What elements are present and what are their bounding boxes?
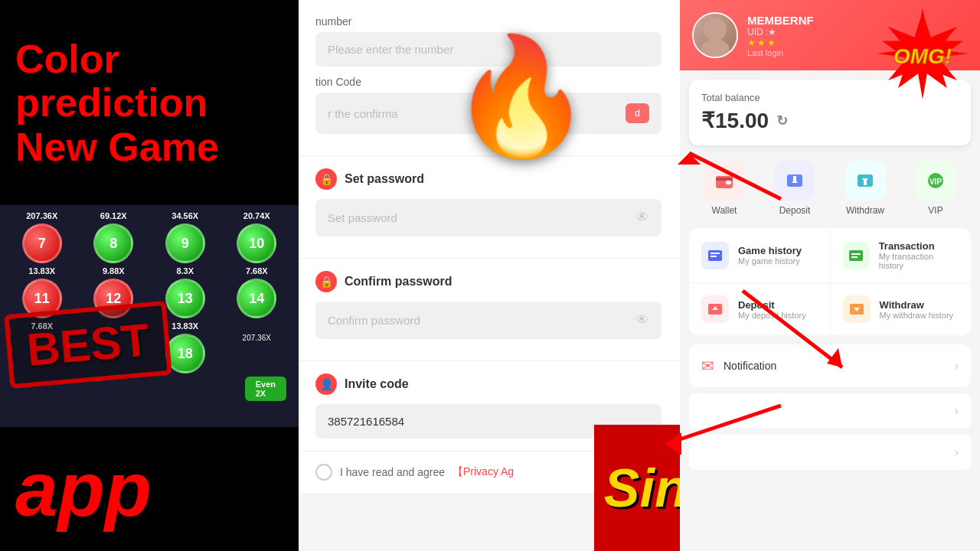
chevron-icon-2: › <box>955 445 959 459</box>
mult-7: 8.3X <box>155 266 216 276</box>
bottom-left-panel: app <box>0 427 299 551</box>
withdraw-history-text: Withdraw My withdraw history <box>880 299 954 320</box>
transaction-title: Transaction <box>879 240 959 252</box>
multiplier-row-1: 207.36X 69.12X 34.56X 20.74X <box>6 211 292 220</box>
svg-rect-9 <box>793 176 796 183</box>
code-placeholder: r the confirma <box>328 107 398 120</box>
lock-icon-confirm: 🔒 <box>315 271 337 292</box>
withdraw-label: Withdraw <box>846 205 884 216</box>
avatar <box>692 12 738 58</box>
left-promo-panel: Color prediction New Game <box>0 0 299 207</box>
deposit-history-sub: My deposit history <box>738 311 806 320</box>
svg-rect-18 <box>849 250 863 261</box>
signup-bonus-banner: Singup Bonus <box>594 425 680 551</box>
svg-text:VIP: VIP <box>929 178 942 186</box>
bonus-label: Singup Bonus <box>604 458 680 519</box>
svg-rect-12 <box>864 178 867 185</box>
ball-8: 8 <box>93 223 133 263</box>
svg-point-0 <box>704 18 727 41</box>
transaction-text: Transaction My transaction history <box>879 240 959 270</box>
svg-rect-19 <box>851 253 861 255</box>
deposit-history-item[interactable]: Deposit My deposit history <box>689 283 831 335</box>
mult-3: 34.56X <box>155 211 216 220</box>
deposit-icon-wrap <box>775 161 815 201</box>
fire-overlay: 🔥 <box>444 0 597 191</box>
game-history-item[interactable]: Game history My game history <box>689 228 831 282</box>
set-password-placeholder: Set password <box>328 211 397 224</box>
transaction-sub: My transaction history <box>879 252 959 270</box>
withdraw-history-sub: My withdraw history <box>880 311 954 320</box>
invite-icon: 👤 <box>315 373 337 395</box>
confirm-password-placeholder: Confirm password <box>328 314 420 327</box>
confirm-password-header: 🔒 Confirm password <box>315 271 662 292</box>
action-deposit[interactable]: Deposit <box>775 161 815 216</box>
ball-row-1: 7 8 9 10 <box>6 223 292 263</box>
deposit-label: Deposit <box>779 205 811 216</box>
game-history-icon <box>701 242 729 269</box>
fire-emoji: 🔥 <box>449 38 593 153</box>
eye-icon-confirm[interactable]: 👁 <box>635 312 649 328</box>
eye-icon-password[interactable]: 👁 <box>635 210 649 226</box>
transaction-item[interactable]: Transaction My transaction history <box>831 228 972 282</box>
svg-rect-5 <box>716 178 733 181</box>
wallet-icon-wrap <box>704 161 744 201</box>
notification-label: Notification <box>724 360 955 372</box>
transaction-icon <box>843 242 870 269</box>
deposit-history-icon <box>701 295 729 323</box>
promo-title-line1: Color prediction <box>15 37 283 125</box>
promo-title-line2: New Game <box>15 126 283 169</box>
wallet-label: Wallet <box>712 205 737 216</box>
extra-item-1[interactable]: › <box>689 393 971 429</box>
game-history-title: Game history <box>738 245 802 256</box>
action-withdraw[interactable]: Withdraw <box>845 161 885 216</box>
extra-item-2[interactable]: › <box>689 435 971 470</box>
refresh-icon[interactable]: ↻ <box>776 112 788 129</box>
best-label: BEST <box>24 313 151 377</box>
svg-point-1 <box>701 40 729 58</box>
menu-row-2: Deposit My deposit history Withdraw My w… <box>689 283 971 335</box>
deposit-history-title: Deposit <box>738 299 806 311</box>
best-stamp: BEST <box>11 298 165 390</box>
confirm-password-section: 🔒 Confirm password Confirm password 👁 <box>297 259 680 361</box>
vip-label: VIP <box>928 205 942 216</box>
withdraw-history-item[interactable]: Withdraw My withdraw history <box>831 283 972 335</box>
confirm-password-label: Confirm password <box>345 275 452 289</box>
mult-8: 7.68X <box>226 266 287 276</box>
action-vip[interactable]: VIP VIP <box>916 161 956 216</box>
ball-10: 10 <box>237 223 276 263</box>
mult-4: 20.74X <box>226 211 287 220</box>
svg-rect-16 <box>710 253 720 254</box>
privacy-link[interactable]: 【Privacy Ag <box>452 465 514 479</box>
withdraw-history-title: Withdraw <box>880 299 954 311</box>
set-password-input[interactable]: Set password 👁 <box>315 199 662 236</box>
multiplier-row-2: 13.83X 9.88X 8.3X 7.68X <box>6 266 292 276</box>
withdraw-history-icon <box>843 295 871 323</box>
mult-5: 13.83X <box>11 266 73 276</box>
agree-checkbox[interactable] <box>315 464 332 481</box>
svg-rect-17 <box>710 256 717 257</box>
svg-rect-20 <box>851 256 858 258</box>
menu-grid: Game history My game history Transaction… <box>689 228 971 335</box>
wallet-panel: MEMBERNF UID :★ ★★★ Last login OMG! Tota… <box>680 0 980 551</box>
game-history-sub: My game history <box>738 256 802 266</box>
action-wallet[interactable]: Wallet <box>704 161 744 216</box>
ball-9: 9 <box>165 223 205 263</box>
quick-actions: Wallet Deposit Withdraw <box>680 155 980 228</box>
menu-row-1: Game history My game history Transaction… <box>689 228 971 283</box>
game-history-text: Game history My game history <box>738 245 802 266</box>
send-code-button[interactable]: d <box>626 103 649 123</box>
set-password-label: Set password <box>345 172 424 186</box>
svg-text:OMG!: OMG! <box>893 44 952 68</box>
chevron-right-icon: › <box>955 359 959 373</box>
notification-row[interactable]: ✉ Notification › <box>689 344 971 387</box>
notification-icon: ✉ <box>701 357 714 375</box>
balance-value: ₹15.00 <box>701 108 769 133</box>
confirm-password-input[interactable]: Confirm password 👁 <box>315 302 662 339</box>
balance-amount: ₹15.00 ↻ <box>701 108 959 133</box>
deposit-history-text: Deposit My deposit history <box>738 299 806 320</box>
withdraw-icon-wrap <box>845 161 885 201</box>
app-label: app <box>15 445 152 533</box>
even-badge: Even2X <box>245 377 286 401</box>
omg-sticker: OMG! <box>873 4 972 103</box>
invite-code-label: Invite code <box>345 377 409 391</box>
